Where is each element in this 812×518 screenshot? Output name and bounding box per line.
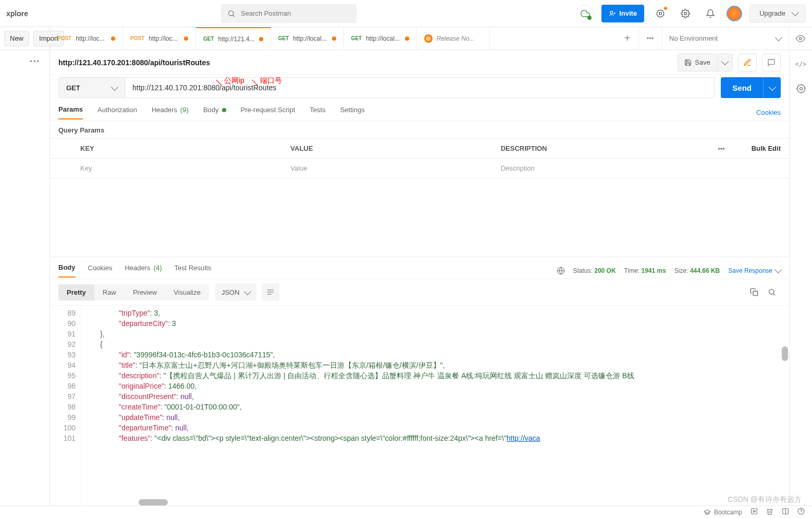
tab-tests[interactable]: Tests: [310, 106, 325, 119]
search-wrap: Search Postman: [221, 4, 356, 23]
search-icon: [227, 9, 236, 18]
scrollbar-thumb[interactable]: [139, 499, 168, 505]
tab-params[interactable]: Params: [58, 105, 83, 119]
release-notes-tab[interactable]: ◎Release No...: [417, 27, 490, 50]
comment-icon[interactable]: [762, 54, 781, 71]
tab-title: http://local...: [366, 35, 400, 42]
tab-title: http://121.4...: [218, 35, 255, 43]
status-value: 200 OK: [594, 267, 616, 274]
edit-icon[interactable]: [738, 54, 757, 71]
explore-label: xplore: [6, 9, 28, 18]
bell-icon[interactable]: [702, 5, 719, 22]
save-icon: [684, 59, 692, 66]
tab-overflow-icon[interactable]: •••: [639, 27, 662, 50]
sidebar-more-icon[interactable]: •••: [20, 53, 50, 505]
format-select[interactable]: JSON: [215, 283, 256, 301]
code-content[interactable]: "tripType": 3,"departureCity": 3},{"id":…: [81, 306, 789, 505]
runner-icon[interactable]: [751, 508, 758, 516]
copy-icon[interactable]: [745, 283, 763, 301]
scrollbar-horizontal[interactable]: [81, 498, 782, 505]
unsaved-dot-icon: [184, 37, 188, 41]
method-label: GET: [66, 84, 80, 92]
sync-icon[interactable]: [576, 5, 594, 22]
chevron-down-icon: [721, 58, 728, 65]
explore-section[interactable]: xplore: [6, 9, 28, 18]
request-tab[interactable]: POST http://loc...: [123, 27, 196, 50]
mode-raw[interactable]: Raw: [94, 284, 125, 300]
view-mode-group: Pretty Raw Preview Visualize: [58, 284, 209, 300]
tab-body[interactable]: Body: [203, 106, 226, 119]
request-tabs: Params Authorization Headers (9) Body Pr…: [50, 100, 789, 121]
new-button[interactable]: New: [4, 31, 29, 46]
bootcamp-icon: [704, 509, 711, 516]
col-more-icon[interactable]: •••: [706, 144, 737, 152]
table-row[interactable]: Key Value Description: [50, 159, 789, 178]
wrap-lines-icon[interactable]: [262, 283, 279, 301]
scrollbar-thumb[interactable]: [782, 346, 788, 361]
search-response-icon[interactable]: [763, 283, 781, 301]
environment-select[interactable]: No Environment: [662, 27, 789, 50]
info-tips-icon[interactable]: [796, 83, 806, 95]
help-icon[interactable]: [797, 508, 805, 516]
tab-title: http://local...: [293, 35, 327, 42]
tab-headers[interactable]: Headers (9): [152, 106, 189, 119]
save-dropdown[interactable]: [717, 54, 733, 71]
left-buttons: New Import: [0, 27, 50, 50]
upgrade-button[interactable]: Upgrade: [749, 5, 806, 22]
tab-prerequest[interactable]: Pre-request Script: [241, 106, 296, 119]
globe-icon[interactable]: [557, 267, 565, 275]
send-button[interactable]: Send: [721, 77, 763, 98]
footer: Bootcamp: [0, 505, 812, 518]
new-tab-button[interactable]: +: [616, 27, 639, 50]
env-label: No Environment: [669, 34, 718, 42]
resp-tab-body[interactable]: Body: [58, 263, 76, 278]
code-snippet-icon[interactable]: </>: [795, 61, 807, 68]
mode-preview[interactable]: Preview: [125, 284, 165, 300]
invite-button[interactable]: Invite: [601, 5, 644, 22]
chevron-down-icon: [774, 266, 782, 273]
main-pane: http://121.40.170.201:8080/api/touristRo…: [50, 50, 789, 505]
avatar[interactable]: [727, 6, 742, 21]
two-pane-icon[interactable]: [782, 508, 789, 516]
method-select[interactable]: GET: [58, 77, 125, 98]
resp-tab-cookies[interactable]: Cookies: [88, 264, 113, 277]
user-plus-icon: [609, 10, 616, 17]
chevron-down-icon: [768, 83, 776, 90]
mode-visualize[interactable]: Visualize: [165, 284, 209, 300]
cookies-link[interactable]: Cookies: [756, 109, 781, 116]
settings-icon[interactable]: [676, 5, 694, 22]
unsaved-dot-icon: [332, 37, 336, 41]
svg-point-5: [657, 10, 664, 17]
tab-authorization[interactable]: Authorization: [97, 106, 137, 119]
bootcamp-link[interactable]: Bootcamp: [704, 509, 742, 516]
request-tab[interactable]: POST http://loc...: [50, 27, 123, 50]
svg-rect-23: [752, 509, 757, 514]
method-badge: POST: [57, 35, 71, 41]
save-button[interactable]: Save: [678, 54, 717, 71]
sync-activity-icon[interactable]: [651, 5, 669, 22]
method-badge: POST: [130, 35, 144, 41]
unsaved-dot-icon: [405, 37, 409, 41]
svg-point-8: [799, 37, 802, 40]
value-input[interactable]: Value: [285, 164, 495, 172]
url-input[interactable]: http://121.40.170.201:8080/api/touristRo…: [125, 77, 715, 98]
request-tab[interactable]: GET http://121.4...: [196, 27, 271, 50]
response-body[interactable]: 8990919293949596979899100101 "tripType":…: [50, 306, 789, 505]
mode-pretty[interactable]: Pretty: [58, 284, 94, 300]
description-input[interactable]: Description: [496, 164, 706, 172]
save-response-link[interactable]: Save Response: [728, 267, 781, 274]
search-input[interactable]: Search Postman: [221, 4, 356, 23]
method-badge: GET: [278, 35, 289, 41]
tab-settings[interactable]: Settings: [340, 106, 365, 119]
resp-tab-headers[interactable]: Headers (4): [125, 264, 162, 277]
response-meta: Status: 200 OK Time: 1941 ms Size: 444.6…: [557, 267, 781, 275]
request-tab[interactable]: GET http://local...: [344, 27, 417, 50]
resp-tab-tests[interactable]: Test Results: [175, 264, 212, 277]
request-tab[interactable]: GET http://local...: [271, 27, 344, 50]
send-dropdown[interactable]: [763, 77, 781, 98]
bulk-edit-link[interactable]: Bulk Edit: [737, 144, 789, 152]
trash-icon[interactable]: [766, 508, 773, 516]
scrollbar-vertical[interactable]: [781, 306, 788, 505]
env-quicklook-icon[interactable]: [789, 27, 812, 50]
key-input[interactable]: Key: [75, 164, 285, 172]
